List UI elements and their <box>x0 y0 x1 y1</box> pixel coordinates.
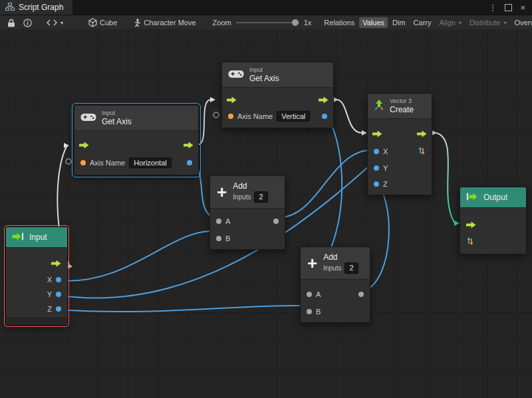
cube-button[interactable]: Cube <box>85 17 120 29</box>
axis-name-value-field[interactable]: Vertical <box>277 111 310 122</box>
code-dropdown-button[interactable]: ▾ <box>43 18 66 27</box>
kebab-menu-icon[interactable]: ⋮ <box>488 3 497 13</box>
node-add-1[interactable]: + Add Inputs 2 A B <box>209 175 285 250</box>
tab-title: Script Graph <box>19 3 63 12</box>
character-move-label: Character Move <box>144 19 196 27</box>
flow-in-port[interactable] <box>79 142 89 150</box>
value-output-port[interactable] <box>322 114 327 119</box>
node-header: Input Get Axis <box>74 106 198 131</box>
inputs-count-field[interactable]: 2 <box>344 262 358 274</box>
inputs-count-field[interactable]: 2 <box>254 191 267 203</box>
cube-label: Cube <box>100 19 117 27</box>
port-label: Z <box>47 305 52 313</box>
output-icon <box>466 193 478 202</box>
z-input-port[interactable] <box>374 181 379 187</box>
info-button[interactable] <box>20 17 35 29</box>
distribute-label: Distribute <box>469 19 500 27</box>
node-header: Vector 3 Create <box>368 94 432 119</box>
flow-out-port[interactable] <box>184 142 194 150</box>
wire-add1-to-vector3-x[interactable] <box>280 150 371 217</box>
node-title: Input <box>29 233 47 242</box>
character-move-button[interactable]: Character Move <box>130 17 199 29</box>
align-button[interactable]: Align▾ <box>436 17 464 28</box>
dim-button[interactable]: Dim <box>389 17 409 28</box>
distribute-button[interactable]: Distribute▾ <box>466 17 509 28</box>
port-label: B <box>225 235 230 243</box>
node-vector3-create[interactable]: Vector 3 Create X Y Z <box>367 93 432 195</box>
x-output-port[interactable] <box>56 277 61 282</box>
input-b-port[interactable] <box>216 236 221 241</box>
axis-name-input-port[interactable] <box>80 160 86 165</box>
maximize-icon[interactable] <box>505 4 512 11</box>
wire-input-x-to-add1-b[interactable] <box>57 231 211 281</box>
gamepad-icon <box>80 112 96 124</box>
axis-name-value-field[interactable]: Horizontal <box>129 157 172 168</box>
wire-getaxis-vertical-to-vector3[interactable] <box>336 100 362 133</box>
tab-bar: Script Graph ⋮ × <box>0 0 532 15</box>
input-icon <box>12 233 24 242</box>
align-label: Align <box>439 19 455 27</box>
value-transfer-icon <box>466 237 474 247</box>
node-title: Add <box>323 252 358 262</box>
node-input[interactable]: Input X Y Z <box>5 227 68 326</box>
axis-name-input-port[interactable] <box>228 114 233 119</box>
y-output-port[interactable] <box>56 292 61 297</box>
node-add-2[interactable]: + Add Inputs 2 A B <box>300 247 370 323</box>
value-transfer-icon <box>418 147 426 156</box>
wire-getaxis-horizontal-to-vertical[interactable] <box>198 100 211 145</box>
param-label: Axis Name <box>90 159 125 167</box>
plus-icon: + <box>307 255 317 271</box>
node-header: + Add Inputs 2 <box>210 176 285 209</box>
node-get-axis-horizontal[interactable]: Input Get Axis Axis Name Horizontal <box>74 105 199 175</box>
node-footer <box>6 318 67 325</box>
flow-out-port[interactable] <box>417 130 427 139</box>
inputs-label: Inputs <box>323 264 341 272</box>
z-output-port[interactable] <box>56 306 61 312</box>
input-b-port[interactable] <box>307 309 312 314</box>
node-title: Get Axis <box>102 117 132 126</box>
port-label: X <box>47 276 52 284</box>
wire-input-z-to-add2-b[interactable] <box>57 306 303 312</box>
flow-in-port[interactable] <box>466 221 476 230</box>
input-a-port[interactable] <box>307 292 312 297</box>
relations-button[interactable]: Relations <box>321 17 358 28</box>
port-label: Z <box>383 180 388 188</box>
flow-in-port[interactable] <box>372 130 382 139</box>
node-get-axis-vertical[interactable]: Input Get Axis Axis Name Vertical <box>221 62 334 128</box>
values-button[interactable]: Values <box>359 17 388 28</box>
input-a-port[interactable] <box>216 219 221 224</box>
y-input-port[interactable] <box>374 165 379 171</box>
tab-script-graph[interactable]: Script Graph <box>0 0 72 15</box>
flow-arrow-marker-teal <box>454 221 460 226</box>
wire-vector3-to-output[interactable] <box>436 133 455 223</box>
node-output[interactable]: Output <box>460 187 527 254</box>
chevron-down-icon: ▾ <box>503 20 506 26</box>
sum-output-port[interactable] <box>273 219 279 224</box>
carry-button[interactable]: Carry <box>410 17 435 28</box>
graph-toolbar: ▾ Cube Character Move Zoom 1x Relations … <box>0 15 532 31</box>
node-title: Create <box>390 105 414 114</box>
node-title: Get Axis <box>249 74 279 83</box>
zoom-slider[interactable] <box>236 22 299 23</box>
zoom-label: Zoom <box>213 19 231 27</box>
close-icon[interactable]: × <box>520 3 525 13</box>
zoom-slider-handle[interactable] <box>292 19 299 26</box>
node-header: Input <box>6 227 67 248</box>
sum-output-port[interactable] <box>358 292 364 297</box>
graph-canvas[interactable]: Input Get Axis Axis Name Vertical Input <box>0 29 532 398</box>
flow-out-port[interactable] <box>319 96 329 105</box>
node-header: + Add Inputs 2 <box>301 247 370 280</box>
x-input-port[interactable] <box>374 149 379 154</box>
lock-button[interactable] <box>4 17 19 29</box>
port-label: Y <box>47 290 52 298</box>
node-category: Input <box>102 110 132 117</box>
node-category: Input <box>249 66 279 74</box>
window-controls: ⋮ × <box>481 0 532 15</box>
overview-button[interactable]: Overv <box>511 17 532 28</box>
node-header: Output <box>460 187 526 208</box>
value-output-port[interactable] <box>187 160 192 165</box>
flow-out-port[interactable] <box>51 260 61 268</box>
flow-in-port[interactable] <box>227 96 237 105</box>
node-title: Output <box>483 193 507 202</box>
port-label: X <box>383 148 388 155</box>
